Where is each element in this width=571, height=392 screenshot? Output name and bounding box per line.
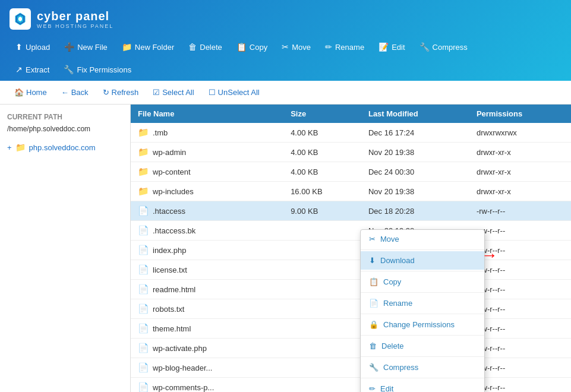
file-table: File Name Size Last Modified Permissions… <box>131 105 571 392</box>
table-row[interactable]: 📄 wp-blog-header... Nov 20 19:38 -rw-r--… <box>131 358 571 378</box>
file-name-cell: 📄 wp-blog-header... <box>131 358 283 378</box>
col-permissions: Permissions <box>469 105 571 123</box>
file-name-cell: 📁 .tmb <box>131 123 283 143</box>
context-menu: ✂ Move ⬇ Download 📋 Copy 📄 Rename 🔒 Chan… <box>360 229 485 392</box>
ctx-download[interactable]: ⬇ Download <box>361 251 484 270</box>
ctx-download-label: Download <box>380 256 415 265</box>
rename-button[interactable]: ✏ Rename <box>319 39 370 55</box>
table-row[interactable]: 📁 .tmb 4.00 KB Dec 16 17:24 drwxrwxrwx <box>131 123 571 143</box>
new-file-button[interactable]: ➕ New File <box>58 39 113 55</box>
file-icon: 📄 <box>138 323 149 334</box>
file-name-label: wp-content <box>153 167 191 176</box>
table-row[interactable]: 📁 wp-content 4.00 KB Dec 24 00:30 drwxr-… <box>131 162 571 182</box>
table-row[interactable]: 📁 wp-includes 16.00 KB Nov 20 19:38 drwx… <box>131 182 571 201</box>
file-icon: 📄 <box>138 362 149 373</box>
delete-button[interactable]: 🗑 Delete <box>182 39 228 55</box>
ctx-edit-icon: ✏ <box>369 384 376 392</box>
file-size-cell: 4.00 KB <box>283 123 361 143</box>
ctx-permissions-label: Change Permissions <box>383 320 455 329</box>
back-icon: ← <box>61 88 69 97</box>
ctx-compress[interactable]: 🔧 Compress <box>361 358 484 377</box>
table-row[interactable]: 📄 theme.html Dec 18 20:18 -rw-r--r-- <box>131 319 571 339</box>
unselect-all-button[interactable]: ☐ UnSelect All <box>204 86 264 99</box>
table-row[interactable]: 📄 readme.html Nov 21 23:23 -rw-r--r-- <box>131 280 571 299</box>
table-header-row: File Name Size Last Modified Permissions <box>131 105 571 123</box>
edit-button[interactable]: 📝 Edit <box>373 39 411 55</box>
ctx-rename-icon: 📄 <box>369 299 378 308</box>
table-row[interactable]: 📄 index.php Nov 20 19:38 -rw-r--r-- <box>131 241 571 260</box>
sidebar-tree-item[interactable]: + 📁 php.solveddoc.com <box>7 141 123 153</box>
ctx-copy[interactable]: 📋 Copy <box>361 273 484 291</box>
folder-icon: 📁 <box>138 186 149 197</box>
col-size: Size <box>283 105 361 123</box>
nav-bar: 🏠 Home ← Back ↻ Refresh ☑ Select All ☐ U… <box>0 81 571 105</box>
compress-button[interactable]: 🔧 Compress <box>414 39 474 55</box>
context-menu-divider <box>361 249 484 250</box>
refresh-button[interactable]: ↻ Refresh <box>98 86 144 99</box>
ctx-permissions-icon: 🔒 <box>369 320 378 329</box>
table-row[interactable]: 📄 wp-activate.php Nov 20 19:38 -rw-r--r-… <box>131 339 571 358</box>
fix-permissions-button[interactable]: 🔧 Fix Permissions <box>58 62 137 77</box>
file-name-label: .htaccess <box>153 207 185 216</box>
file-size-cell <box>283 241 361 260</box>
context-menu-divider <box>361 378 484 378</box>
ctx-edit[interactable]: ✏ Edit <box>361 380 484 392</box>
folder-icon: 📁 <box>138 127 149 138</box>
edit-icon: 📝 <box>378 42 389 52</box>
table-row[interactable]: 📄 .htaccess.bk Nov 20 19:38 -rw-r--r-- <box>131 221 571 241</box>
file-icon: 📄 <box>138 245 149 255</box>
table-row[interactable]: 📄 .htaccess 9.00 KB Dec 18 20:28 -rw-r--… <box>131 201 571 221</box>
col-filename: File Name <box>131 105 283 123</box>
file-size-cell <box>283 378 361 393</box>
extract-icon: ↗ <box>15 65 23 74</box>
file-name-cell: 📄 wp-comments-p... <box>131 378 283 393</box>
file-perms-cell: drwxr-xr-x <box>469 182 571 201</box>
extract-button[interactable]: ↗ Extract <box>10 62 55 77</box>
move-button[interactable]: ✂ Move <box>276 39 317 55</box>
file-name-label: .htaccess.bk <box>153 226 195 235</box>
app-container: cyber panel WEB HOSTING PANEL ⬆ Upload ➕… <box>0 0 571 392</box>
ctx-move-label: Move <box>380 235 399 244</box>
table-row[interactable]: 📄 wp-comments-p... Nov 20 19:38 -rw-r--r… <box>131 378 571 393</box>
ctx-delete[interactable]: 🗑 Delete <box>361 337 484 355</box>
select-all-icon: ☑ <box>153 88 160 97</box>
refresh-icon: ↻ <box>103 88 109 97</box>
file-name-label: license.txt <box>153 265 187 274</box>
logo-icon <box>10 8 31 30</box>
ctx-compress-icon: 🔧 <box>369 363 378 372</box>
file-name-cell: 📄 license.txt <box>131 260 283 280</box>
file-size-cell: 16.00 KB <box>283 182 361 201</box>
table-row[interactable]: 📄 license.txt Nov 20 19:38 -rw-r--r-- <box>131 260 571 280</box>
context-menu-divider <box>361 314 484 314</box>
file-name-label: robots.txt <box>153 305 184 314</box>
header: cyber panel WEB HOSTING PANEL ⬆ Upload ➕… <box>0 0 571 81</box>
file-icon: 📄 <box>138 225 149 236</box>
folder-icon: 📁 <box>15 143 26 152</box>
file-perms-cell: drwxr-xr-x <box>469 162 571 182</box>
file-icon: 📄 <box>138 206 149 216</box>
select-all-button[interactable]: ☑ Select All <box>148 86 198 99</box>
home-button[interactable]: 🏠 Home <box>10 86 52 99</box>
file-name-cell: 📁 wp-content <box>131 162 283 182</box>
file-perms-cell: drwxrwxrwx <box>469 123 571 143</box>
table-row[interactable]: 📄 robots.txt Dec 16 21:03 -rw-r--r-- <box>131 299 571 319</box>
ctx-delete-label: Delete <box>381 342 404 350</box>
file-name-cell: 📄 .htaccess <box>131 201 283 221</box>
file-name-label: wp-comments-p... <box>153 383 214 392</box>
file-name-cell: 📄 robots.txt <box>131 299 283 319</box>
upload-button[interactable]: ⬆ Upload <box>10 39 56 55</box>
back-button[interactable]: ← Back <box>56 86 93 99</box>
file-size-cell <box>283 358 361 378</box>
new-folder-button[interactable]: 📁 New Folder <box>116 39 180 55</box>
file-icon: 📄 <box>138 264 149 275</box>
file-perms-cell: drwxr-xr-x <box>469 143 571 162</box>
ctx-delete-icon: 🗑 <box>369 342 377 350</box>
ctx-permissions[interactable]: 🔒 Change Permissions <box>361 315 484 334</box>
fix-perm-icon: 🔧 <box>64 65 74 74</box>
context-menu-divider <box>361 335 484 336</box>
table-row[interactable]: 📁 wp-admin 4.00 KB Nov 20 19:38 drwxr-xr… <box>131 143 571 162</box>
ctx-move[interactable]: ✂ Move <box>361 230 484 248</box>
copy-button[interactable]: 📋 Copy <box>231 39 273 55</box>
file-size-cell <box>283 339 361 358</box>
ctx-rename[interactable]: 📄 Rename <box>361 294 484 312</box>
